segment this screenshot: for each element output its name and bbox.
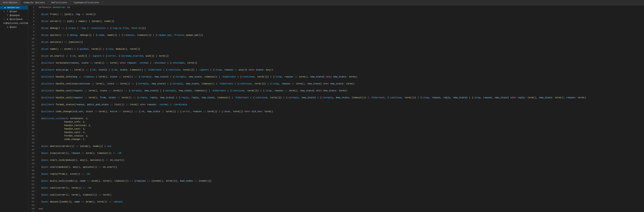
callback-icon: ⚙ xyxy=(6,18,9,21)
optional-icon: ⚙ xyxy=(4,22,5,25)
sidebar-label-spec: @spec xyxy=(10,26,17,28)
sidebar-item-optional-callbacks[interactable]: ⚙ @optional_callbacks xyxy=(0,21,28,25)
opaque-icon: T xyxy=(6,14,9,17)
sidebar-item-genserver[interactable]: ▾ ■ GenServer xyxy=(0,6,28,10)
sidebar-item-type[interactable]: ▾ T @type xyxy=(0,10,28,14)
sidebar-item-spec[interactable]: S @spec xyxy=(0,25,28,29)
module-icon: ■ xyxy=(4,6,6,9)
tab-definitions[interactable]: Definitions xyxy=(48,0,70,5)
spec-icon: S xyxy=(6,26,9,29)
line-numbers: 12345 678910 1112131415 1617181920 21222… xyxy=(28,5,36,212)
sidebar-item-callback[interactable]: ▾ ⚙ @callback xyxy=(0,17,28,21)
sidebar-label-genserver: GenServer xyxy=(7,6,20,9)
main-layout: ▾ ■ GenServer ▾ T @type T @opaque ▾ ⚙ @c… xyxy=(0,5,644,212)
sidebar-item-opaque[interactable]: T @opaque xyxy=(0,14,28,17)
tab-attributes[interactable]: Attributes xyxy=(0,0,20,5)
top-tab-bar: Attributes Compile Options Definitions T… xyxy=(0,0,644,5)
tab-type-specifications[interactable]: TypeSpecifications xyxy=(70,0,102,5)
sidebar-label-callback: @callback xyxy=(10,18,22,21)
type-icon: T xyxy=(6,10,9,13)
sidebar: ▾ ■ GenServer ▾ T @type T @opaque ▾ ⚙ @c… xyxy=(0,5,28,212)
sidebar-label-optional: @optional_callbacks xyxy=(6,22,28,25)
code-editor[interactable]: defmodule GenServer do @type from() :: {… xyxy=(36,5,644,212)
tab-compile-options[interactable]: Compile Options xyxy=(20,0,48,5)
editor-area: 12345 678910 1112131415 1617181920 21222… xyxy=(28,5,644,212)
sidebar-label-type: @type xyxy=(10,10,17,13)
sidebar-label-opaque: @opaque xyxy=(10,14,20,17)
